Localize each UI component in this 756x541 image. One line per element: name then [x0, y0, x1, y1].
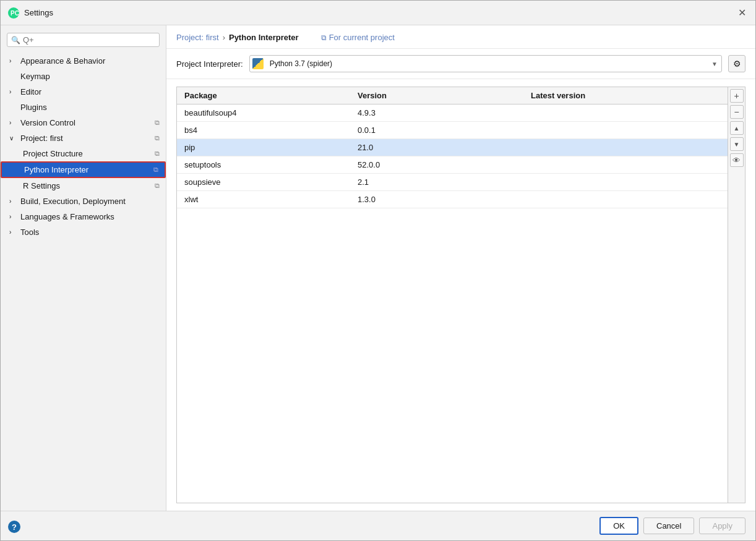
sidebar-item-label: Keymap [20, 72, 50, 81]
python-logo-icon [252, 58, 264, 69]
remove-package-button[interactable]: − [730, 105, 744, 119]
sidebar-item-label: R Settings [23, 181, 60, 190]
breadcrumb-link[interactable]: ⧉ For current project [321, 33, 395, 42]
sidebar-item-label: Editor [20, 87, 41, 96]
col-latest: Latest version [523, 87, 728, 104]
sidebar-item-label: Build, Execution, Deployment [20, 197, 126, 206]
interpreter-select[interactable]: Python 3.7 (spider) [266, 58, 708, 69]
scroll-up-button[interactable]: ▲ [730, 121, 744, 135]
dropdown-arrow-icon: ▼ [708, 61, 721, 67]
package-latest-version [523, 122, 728, 139]
sidebar-item-languages[interactable]: › Languages & Frameworks [1, 209, 166, 224]
col-package: Package [177, 87, 350, 104]
pycharm-logo-icon: PC [8, 7, 19, 19]
window-title: Settings [24, 8, 53, 17]
package-name: setuptools [177, 156, 350, 174]
sidebar-item-label: Tools [20, 228, 39, 237]
sidebar-item-label: Plugins [20, 103, 47, 112]
chevron-down-icon: ∨ [9, 135, 17, 142]
breadcrumb-project[interactable]: Project: first [176, 33, 219, 42]
copy-icon: ⧉ [155, 134, 160, 142]
svg-text:PC: PC [11, 10, 19, 17]
sidebar-item-appearance[interactable]: › Appearance & Behavior [1, 53, 166, 69]
search-input[interactable] [23, 35, 155, 45]
breadcrumb-separator: › [223, 33, 225, 42]
interpreter-settings-button[interactable]: ⚙ [728, 55, 745, 72]
chevron-right-icon: › [9, 229, 17, 236]
package-table-wrap[interactable]: Package Version Latest version beautiful… [177, 87, 728, 503]
sidebar-item-build[interactable]: › Build, Execution, Deployment [1, 194, 166, 209]
add-package-button[interactable]: + [730, 89, 744, 103]
table-row[interactable]: soupsieve2.1 [177, 174, 728, 191]
package-table: Package Version Latest version beautiful… [177, 87, 728, 208]
sidebar-item-project-structure[interactable]: Project Structure ⧉ [1, 146, 166, 161]
table-row[interactable]: xlwt1.3.0 [177, 191, 728, 208]
chevron-right-icon: › [9, 119, 17, 126]
sidebar-item-keymap[interactable]: Keymap [1, 69, 166, 84]
package-name: pip [177, 139, 350, 156]
title-bar: PC Settings ✕ [1, 1, 755, 25]
interpreter-select-wrap[interactable]: Python 3.7 (spider) ▼ [249, 55, 722, 72]
copy-icon: ⧉ [155, 119, 160, 127]
content-area: 🔍 › Appearance & Behavior Keymap › Edito… [1, 25, 755, 511]
table-row[interactable]: bs40.0.1 [177, 122, 728, 139]
package-name: xlwt [177, 191, 350, 208]
eye-button[interactable]: 👁 [730, 153, 744, 167]
copy-icon: ⧉ [155, 150, 160, 158]
sidebar-item-tools[interactable]: › Tools [1, 224, 166, 240]
sidebar-item-label: Version Control [20, 118, 75, 127]
scroll-down-button[interactable]: ▼ [730, 137, 744, 151]
package-latest-version [523, 104, 728, 122]
package-latest-version [523, 191, 728, 208]
search-box[interactable]: 🔍 [7, 33, 160, 47]
package-table-area: Package Version Latest version beautiful… [176, 87, 745, 503]
sidebar-item-plugins[interactable]: Plugins [1, 100, 166, 115]
sidebar-item-project-first[interactable]: ∨ Project: first ⧉ [1, 130, 166, 146]
package-version: 0.0.1 [350, 122, 523, 139]
table-sidebar-buttons: + − ▲ ▼ 👁 [728, 87, 745, 503]
package-version: 52.0.0 [350, 156, 523, 174]
package-latest-version [523, 174, 728, 191]
package-name: soupsieve [177, 174, 350, 191]
sidebar-item-python-interpreter[interactable]: Python Interpreter ⧉ [1, 161, 166, 178]
settings-window: PC Settings ✕ 🔍 › Appearance & Behavior … [0, 0, 756, 541]
table-row[interactable]: setuptools52.0.0 [177, 156, 728, 174]
chevron-right-icon: › [9, 88, 17, 95]
sidebar-item-label: Project: first [20, 134, 63, 143]
table-row[interactable]: beautifulsoup44.9.3 [177, 104, 728, 122]
close-button[interactable]: ✕ [736, 7, 748, 19]
sidebar-item-label: Languages & Frameworks [20, 212, 114, 221]
copy-icon: ⧉ [153, 166, 158, 174]
package-name: beautifulsoup4 [177, 104, 350, 122]
table-header-row: Package Version Latest version [177, 87, 728, 104]
ok-button[interactable]: OK [599, 517, 638, 535]
package-version: 1.3.0 [350, 191, 523, 208]
sidebar-item-r-settings[interactable]: R Settings ⧉ [1, 178, 166, 194]
package-version: 21.0 [350, 139, 523, 156]
sidebar-item-editor[interactable]: › Editor [1, 84, 166, 100]
apply-button[interactable]: Apply [699, 518, 745, 534]
interpreter-label: Project Interpreter: [176, 59, 243, 69]
title-bar-left: PC Settings [8, 7, 53, 19]
package-latest-version [523, 156, 728, 174]
col-version: Version [350, 87, 523, 104]
help-button[interactable]: ? [8, 521, 20, 533]
search-icon: 🔍 [11, 36, 20, 45]
package-version: 2.1 [350, 174, 523, 191]
breadcrumb-link-text: For current project [329, 33, 395, 42]
chevron-right-icon: › [9, 213, 17, 220]
sidebar-item-label: Appearance & Behavior [20, 56, 105, 66]
sidebar-item-version-control[interactable]: › Version Control ⧉ [1, 115, 166, 130]
sidebar-item-label: Project Structure [23, 149, 83, 158]
chevron-right-icon: › [9, 58, 17, 64]
package-name: bs4 [177, 122, 350, 139]
package-version: 4.9.3 [350, 104, 523, 122]
interpreter-row: Project Interpreter: Python 3.7 (spider)… [166, 49, 755, 79]
breadcrumb-header: Project: first › Python Interpreter ⧉ Fo… [166, 25, 755, 49]
bottom-bar: ? OK Cancel Apply [1, 511, 755, 540]
table-row[interactable]: pip21.0 [177, 139, 728, 156]
copy-icon: ⧉ [155, 182, 160, 190]
cancel-button[interactable]: Cancel [643, 518, 694, 534]
sidebar-item-label: Python Interpreter [24, 165, 88, 174]
chevron-right-icon: › [9, 198, 17, 205]
